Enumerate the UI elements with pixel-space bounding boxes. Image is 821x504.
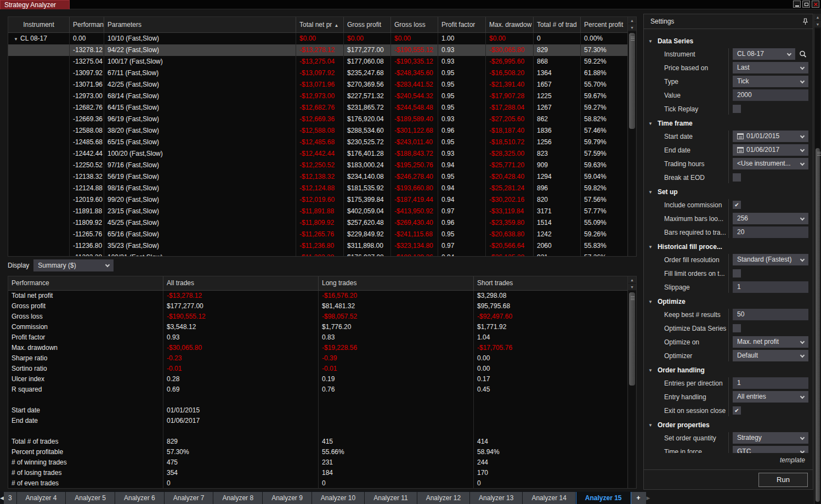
scrollbar-thumb[interactable] xyxy=(816,148,820,502)
break-at-eod-checkbox[interactable] xyxy=(733,173,741,182)
order-fill-resolution-select[interactable]: Standard (Fastest) xyxy=(733,254,808,265)
result-row[interactable]: -11891.8823/15 (Fast,Slow)-$11,891.88$40… xyxy=(8,206,636,217)
end-date-select[interactable]: 01/06/2017 xyxy=(733,144,808,156)
tab-analyzer-8[interactable]: Analyzer 8 xyxy=(213,492,263,504)
column-header-short-trades[interactable]: Short trades xyxy=(474,276,629,290)
entries-per-direction-input[interactable]: 1 xyxy=(733,377,808,389)
result-row[interactable]: -12588.0838/20 (Fast,Slow)-$12,588.08$28… xyxy=(8,125,636,137)
slippage-input[interactable]: 1 xyxy=(733,281,808,293)
result-row[interactable]: ▼CL 08-170.0010/10 (Fast,Slow)$0.00$0.00… xyxy=(8,33,636,44)
result-row[interactable]: -11236.8035/23 (Fast,Slow)-$11,236.80$31… xyxy=(8,240,636,252)
results-scrollbar[interactable]: ▲ ▼ xyxy=(627,17,636,256)
result-row[interactable]: -13278.1294/22 (Fast,Slow)-$13,278.12$17… xyxy=(8,44,636,56)
column-header-total-net-pr[interactable]: Total net pr▲ xyxy=(296,17,344,32)
summary-scrollbar[interactable]: ▲ ▼ xyxy=(627,276,636,488)
column-header-gross-profit[interactable]: Gross profit xyxy=(344,17,391,32)
maximum-bars-loo-select[interactable]: 256 xyxy=(733,213,808,224)
run-button[interactable]: Run xyxy=(758,473,808,487)
tab-analyzer-13[interactable]: Analyzer 13 xyxy=(470,492,523,504)
tab-analyzer-14[interactable]: Analyzer 14 xyxy=(523,492,575,504)
result-row[interactable]: -11202.28100/21 (Fast,Slow)-$11,202.28$1… xyxy=(8,252,636,257)
keep-best-results-input[interactable]: 50 xyxy=(733,309,808,320)
column-header-percent-profit[interactable]: Percent profit xyxy=(581,17,629,32)
result-row[interactable]: -12485.6865/15 (Fast,Slow)-$12,485.68$23… xyxy=(8,137,636,148)
result-row[interactable]: -12442.44100/20 (Fast,Slow)-$12,442.44$1… xyxy=(8,148,636,160)
close-button[interactable]: ✕ xyxy=(812,1,819,8)
scroll-up-icon[interactable]: ▲ xyxy=(628,17,636,24)
result-row[interactable]: -13275.04100/17 (Fast,Slow)-$13,275.04$1… xyxy=(8,56,636,67)
result-row[interactable]: -13071.9642/25 (Fast,Slow)-$13,071.96$27… xyxy=(8,79,636,90)
scrollbar-track[interactable] xyxy=(629,32,636,256)
instrument-select[interactable]: CL 08-17 xyxy=(733,48,795,60)
exit-on-session-close-checkbox[interactable]: ✔ xyxy=(733,406,741,415)
result-row[interactable]: -11265.7665/16 (Fast,Slow)-$11,265.76$22… xyxy=(8,229,636,240)
tab-analyzer-6[interactable]: Analyzer 6 xyxy=(115,492,165,504)
tab-analyzer-7[interactable]: Analyzer 7 xyxy=(165,492,214,504)
section-header-optimize[interactable]: ▼Optimize xyxy=(644,296,813,308)
result-row[interactable]: -13097.9267/11 (Fast,Slow)-$13,097.92$23… xyxy=(8,67,636,79)
time-in-force-select[interactable]: GTC xyxy=(733,446,808,453)
section-header-order-properties[interactable]: ▼Order properties xyxy=(644,419,813,431)
column-header-performance[interactable]: Performance xyxy=(8,276,163,290)
section-header-time-frame[interactable]: ▼Time frame xyxy=(644,117,813,129)
result-row[interactable]: -12973.0068/14 (Fast,Slow)-$12,973.00$22… xyxy=(8,90,636,102)
column-header-parameters[interactable]: Parameters xyxy=(104,17,296,32)
scroll-up-icon[interactable]: ▲ xyxy=(628,276,636,284)
add-tab-button[interactable]: + xyxy=(631,492,647,504)
scrollbar-track[interactable] xyxy=(815,29,820,504)
scrollbar-thumb[interactable] xyxy=(629,33,635,129)
search-icon[interactable] xyxy=(799,50,807,59)
include-commission-checkbox[interactable]: ✔ xyxy=(733,201,741,209)
scroll-down-icon[interactable]: ▼ xyxy=(814,21,821,28)
start-date-select[interactable]: 01/01/2015 xyxy=(733,131,808,142)
maximize-button[interactable] xyxy=(802,1,810,8)
tab-3[interactable]: 3 xyxy=(4,492,17,504)
scroll-down-icon[interactable]: ▼ xyxy=(628,284,636,291)
scroll-up-icon[interactable]: ▲ xyxy=(814,14,821,21)
tick-replay-checkbox[interactable] xyxy=(733,105,741,113)
column-header-all-trades[interactable]: All trades xyxy=(163,276,319,290)
result-row[interactable]: -11809.9245/25 (Fast,Slow)-$11,809.92$25… xyxy=(8,217,636,229)
fill-limit-orders-on-t-checkbox[interactable] xyxy=(733,269,741,278)
tab-analyzer-10[interactable]: Analyzer 10 xyxy=(312,492,365,504)
tab-scroll-right-icon[interactable]: ▶ xyxy=(647,492,650,504)
settings-scrollbar[interactable]: ▲ ▼ xyxy=(814,14,821,504)
column-header-gross-loss[interactable]: Gross loss xyxy=(391,17,438,32)
entry-handling-select[interactable]: All entries xyxy=(733,391,808,403)
section-header-order-handling[interactable]: ▼Order handling xyxy=(644,364,813,376)
scrollbar-track[interactable] xyxy=(629,291,636,488)
column-header-long-trades[interactable]: Long trades xyxy=(319,276,474,290)
trading-hours-select[interactable]: <Use instrument... xyxy=(733,158,808,169)
template-link[interactable]: template xyxy=(644,453,813,469)
scroll-down-icon[interactable]: ▼ xyxy=(628,24,636,31)
optimizer-select[interactable]: Default xyxy=(733,350,808,361)
value-input[interactable]: 2000 xyxy=(733,89,808,101)
bars-required-to-tra-input[interactable]: 20 xyxy=(733,226,808,238)
expander-icon[interactable]: ▼ xyxy=(12,33,20,44)
result-row[interactable]: -12669.3696/19 (Fast,Slow)-$12,669.36$17… xyxy=(8,114,636,125)
column-header-instrument[interactable]: Instrument xyxy=(8,17,70,32)
result-row[interactable]: -12250.5297/16 (Fast,Slow)-$12,250.52$18… xyxy=(8,160,636,171)
tab-scroll-left-icon[interactable]: ◀ xyxy=(0,492,4,504)
result-row[interactable]: -12138.3256/19 (Fast,Slow)-$12,138.32$23… xyxy=(8,171,636,183)
result-row[interactable]: -12124.8898/16 (Fast,Slow)-$12,124.88$18… xyxy=(8,183,636,194)
scrollbar-thumb[interactable] xyxy=(629,292,635,386)
tab-analyzer-12[interactable]: Analyzer 12 xyxy=(417,492,470,504)
section-header-historical-fill-proce[interactable]: ▼Historical fill proce... xyxy=(644,241,813,253)
optimize-data-series-checkbox[interactable] xyxy=(733,324,741,332)
price-based-on-select[interactable]: Last xyxy=(733,62,808,73)
column-header-max-drawdow[interactable]: Max. drawdow xyxy=(486,17,534,32)
display-select[interactable]: Summary ($) xyxy=(33,259,114,271)
tab-analyzer-9[interactable]: Analyzer 9 xyxy=(263,492,312,504)
section-header-data-series[interactable]: ▼Data Series xyxy=(644,35,813,47)
tab-analyzer-5[interactable]: Analyzer 5 xyxy=(66,492,115,504)
type-select[interactable]: Tick xyxy=(733,76,808,87)
minimize-button[interactable] xyxy=(793,1,801,8)
section-header-set-up[interactable]: ▼Set up xyxy=(644,186,813,198)
result-row[interactable]: -12682.7664/15 (Fast,Slow)-$12,682.76$23… xyxy=(8,102,636,114)
result-row[interactable]: -12019.6099/20 (Fast,Slow)-$12,019.60$17… xyxy=(8,194,636,206)
column-header-profit-factor[interactable]: Profit factor xyxy=(438,17,486,32)
tab-analyzer-15[interactable]: Analyzer 15 xyxy=(576,492,631,504)
column-header-total-of-trad[interactable]: Total # of trad xyxy=(534,17,581,32)
window-title-tab[interactable]: Strategy Analyzer xyxy=(0,0,70,9)
